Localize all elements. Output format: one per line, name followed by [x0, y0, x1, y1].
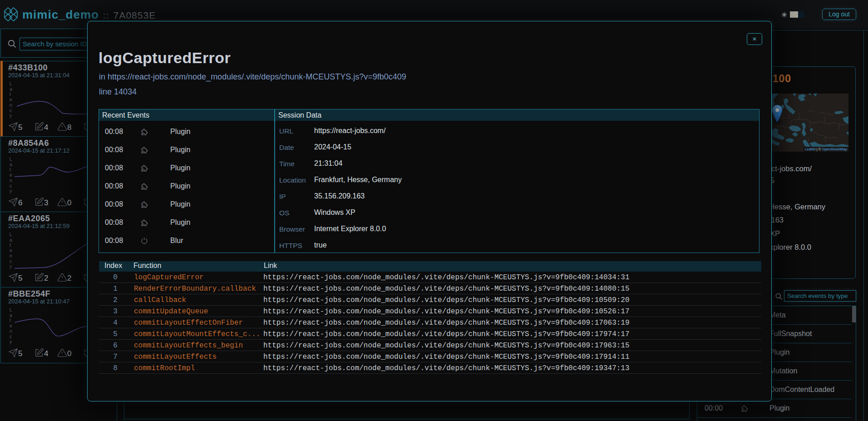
svg-text:Leaflet | © OpenStreetMap: Leaflet | © OpenStreetMap — [805, 147, 847, 151]
